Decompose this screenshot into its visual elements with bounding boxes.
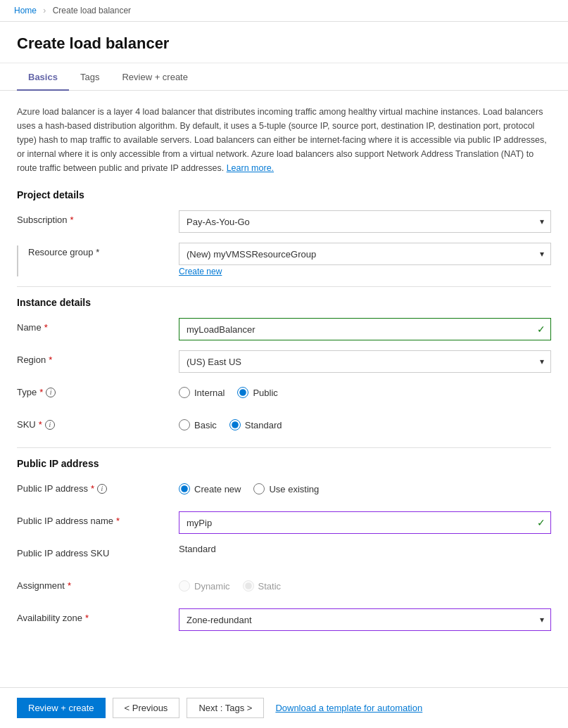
public-ip-use-existing-radio[interactable] (253, 483, 265, 494)
availability-zone-row: Availability zone * Zone-redundant ▾ (17, 608, 551, 631)
public-ip-name-label: Public IP address name * (17, 511, 179, 526)
page-title: Create load balancer (0, 22, 568, 63)
sku-standard-label: Standard (245, 420, 282, 430)
assignment-dynamic-option[interactable]: Dynamic (179, 580, 230, 592)
availability-zone-label: Availability zone * (17, 608, 179, 623)
availability-zone-required: * (85, 613, 89, 623)
tab-bar: Basics Tags Review + create (0, 63, 568, 91)
subscription-select[interactable]: Pay-As-You-Go (179, 210, 551, 233)
public-ip-input: Create new Use existing (179, 479, 551, 494)
public-ip-required: * (91, 483, 94, 494)
assignment-static-label: Static (258, 581, 282, 592)
public-ip-name-input-wrapper: ✓ (179, 511, 551, 534)
public-ip-use-existing-option[interactable]: Use existing (253, 483, 319, 494)
public-ip-create-new-label: Create new (194, 484, 241, 494)
resource-group-select[interactable]: (New) myVMSSResourceGroup (179, 243, 551, 265)
type-radio-group: Internal Public (179, 383, 551, 398)
breadcrumb-home[interactable]: Home (14, 6, 37, 15)
type-internal-option[interactable]: Internal (179, 387, 225, 398)
subscription-required: * (70, 215, 74, 225)
learn-more-link[interactable]: Learn more. (227, 163, 274, 173)
instance-details-title: Instance details (17, 297, 551, 308)
public-ip-name-row: Public IP address name * ✓ (17, 511, 551, 534)
breadcrumb-bar: Home › Create load balancer (0, 0, 568, 22)
public-ip-info-icon[interactable]: i (97, 484, 107, 494)
resource-group-indent (17, 245, 28, 276)
assignment-static-radio[interactable] (243, 580, 254, 592)
region-row: Region * (US) East US ▾ (17, 350, 551, 373)
subscription-input: Pay-As-You-Go ▾ (179, 210, 551, 233)
type-public-label: Public (253, 388, 277, 398)
project-details-title: Project details (17, 189, 551, 200)
divider-2 (17, 447, 551, 448)
type-internal-radio[interactable] (179, 387, 190, 398)
public-ip-sku-label: Public IP address SKU (17, 544, 179, 558)
subscription-label: Subscription * (17, 210, 179, 225)
review-create-button[interactable]: Review + create (17, 698, 106, 718)
name-input[interactable] (179, 318, 551, 340)
resource-group-required: * (96, 247, 99, 257)
sku-standard-option[interactable]: Standard (229, 419, 282, 430)
name-check-icon: ✓ (537, 324, 545, 335)
sku-input: Basic Standard (179, 415, 551, 430)
divider-1 (17, 286, 551, 287)
create-new-link[interactable]: Create new (179, 267, 222, 276)
public-ip-create-new-option[interactable]: Create new (179, 483, 241, 494)
public-ip-sku-row: Public IP address SKU Standard (17, 544, 551, 566)
sku-label: SKU * i (17, 415, 179, 430)
subscription-row: Subscription * Pay-As-You-Go ▾ (17, 210, 551, 233)
availability-zone-input: Zone-redundant ▾ (179, 608, 551, 631)
sku-info-icon[interactable]: i (45, 420, 55, 430)
form-area: Azure load balancer is a layer 4 load ba… (0, 91, 568, 655)
assignment-input: Dynamic Static (179, 576, 551, 592)
public-ip-section-title: Public IP address (17, 458, 551, 469)
sku-row: SKU * i Basic Standard (17, 415, 551, 438)
public-ip-label: Public IP address * i (17, 479, 179, 494)
public-ip-name-check-icon: ✓ (537, 517, 545, 528)
assignment-static-option[interactable]: Static (243, 580, 282, 592)
sku-basic-label: Basic (194, 420, 217, 430)
type-label: Type * i (17, 383, 179, 397)
assignment-dynamic-radio[interactable] (179, 580, 190, 592)
sku-required: * (39, 419, 42, 430)
sku-standard-radio[interactable] (229, 419, 241, 430)
sku-basic-radio[interactable] (179, 419, 190, 430)
type-info-icon[interactable]: i (46, 388, 56, 397)
sku-basic-option[interactable]: Basic (179, 419, 217, 430)
breadcrumb-sep: › (43, 6, 46, 15)
name-label: Name * (17, 318, 179, 333)
breadcrumb-current: Create load balancer (53, 6, 131, 15)
sku-radio-group: Basic Standard (179, 415, 551, 430)
assignment-label: Assignment * (17, 576, 179, 591)
name-row: Name * ✓ (17, 318, 551, 340)
type-input: Internal Public (179, 383, 551, 398)
public-ip-radio-group: Create new Use existing (179, 479, 551, 494)
type-internal-label: Internal (194, 388, 225, 398)
previous-button[interactable]: < Previous (113, 698, 180, 718)
public-ip-name-required: * (116, 516, 120, 526)
availability-zone-select[interactable]: Zone-redundant (179, 608, 551, 631)
resource-group-input: (New) myVMSSResourceGroup ▾ Create new (179, 243, 551, 276)
assignment-required: * (68, 580, 71, 591)
main-content: Create load balancer Basics Tags Review … (0, 22, 568, 690)
region-required: * (49, 355, 52, 365)
tab-tags[interactable]: Tags (69, 63, 111, 91)
tab-basics[interactable]: Basics (17, 63, 69, 91)
public-ip-create-new-radio[interactable] (179, 483, 190, 494)
public-ip-sku-value: Standard (179, 544, 551, 554)
footer-bar: Review + create < Previous Next : Tags >… (0, 687, 568, 728)
public-ip-row: Public IP address * i Create new Use exi… (17, 479, 551, 502)
region-input: (US) East US ▾ (179, 350, 551, 373)
public-ip-sku-text: Standard (179, 539, 216, 554)
assignment-radio-group: Dynamic Static (179, 576, 551, 592)
download-template-link[interactable]: Download a template for automation (275, 703, 422, 713)
assignment-dynamic-label: Dynamic (194, 581, 230, 592)
description-text: Azure load balancer is a layer 4 load ba… (17, 105, 551, 175)
region-select[interactable]: (US) East US (179, 350, 551, 373)
resource-group-label: Resource group * (28, 243, 179, 257)
next-button[interactable]: Next : Tags > (187, 698, 264, 718)
type-public-option[interactable]: Public (237, 387, 277, 398)
tab-review[interactable]: Review + create (111, 63, 199, 91)
public-ip-name-input[interactable] (179, 511, 551, 534)
type-public-radio[interactable] (237, 387, 248, 398)
